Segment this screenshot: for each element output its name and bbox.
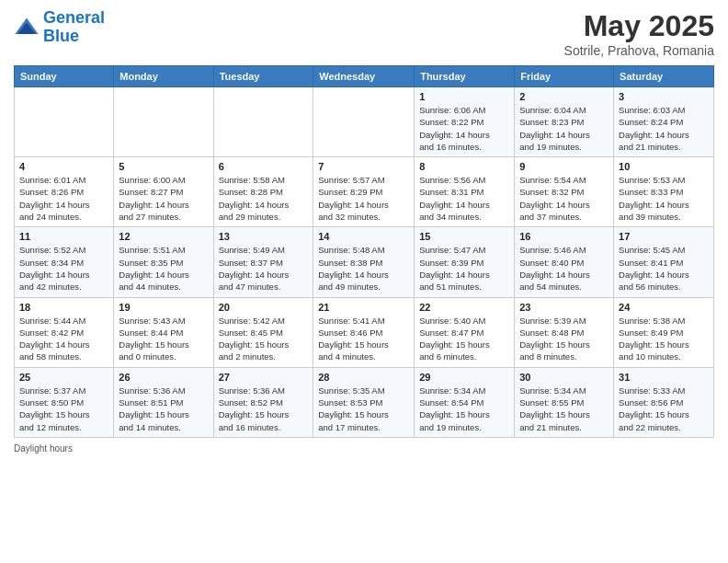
day-number: 30 [519,372,609,383]
day-header-saturday: Saturday [614,66,714,87]
day-cell: 23Sunrise: 5:39 AM Sunset: 8:48 PM Dayli… [515,297,614,367]
day-cell: 10Sunrise: 5:53 AM Sunset: 8:33 PM Dayli… [614,157,714,227]
day-info: Sunrise: 5:48 AM Sunset: 8:38 PM Dayligh… [318,244,409,293]
day-cell: 4Sunrise: 6:01 AM Sunset: 8:26 PM Daylig… [15,157,114,227]
day-cell: 12Sunrise: 5:51 AM Sunset: 8:35 PM Dayli… [114,227,213,297]
day-cell: 6Sunrise: 5:58 AM Sunset: 8:28 PM Daylig… [213,157,313,227]
day-info: Sunrise: 5:51 AM Sunset: 8:35 PM Dayligh… [119,244,208,293]
day-number: 23 [519,302,609,313]
day-header-tuesday: Tuesday [213,66,313,87]
day-cell: 19Sunrise: 5:43 AM Sunset: 8:44 PM Dayli… [114,297,213,367]
day-number: 12 [119,231,208,242]
day-info: Sunrise: 5:54 AM Sunset: 8:32 PM Dayligh… [519,174,609,223]
day-info: Sunrise: 5:44 AM Sunset: 8:42 PM Dayligh… [19,315,108,363]
title-block: May 2025 Sotrile, Prahova, Romania [564,9,714,58]
logo-line1: General [43,9,105,28]
day-cell: 5Sunrise: 6:00 AM Sunset: 8:27 PM Daylig… [114,157,213,227]
days-of-week-row: SundayMondayTuesdayWednesdayThursdayFrid… [15,66,714,87]
day-cell [213,87,313,157]
day-header-thursday: Thursday [415,66,515,87]
day-info: Sunrise: 5:53 AM Sunset: 8:33 PM Dayligh… [619,174,709,223]
day-cell: 14Sunrise: 5:48 AM Sunset: 8:38 PM Dayli… [313,227,415,297]
week-row-3: 11Sunrise: 5:52 AM Sunset: 8:34 PM Dayli… [15,227,714,297]
day-info: Sunrise: 5:34 AM Sunset: 8:54 PM Dayligh… [419,385,509,433]
day-cell: 17Sunrise: 5:45 AM Sunset: 8:41 PM Dayli… [614,227,714,297]
day-number: 6 [219,161,309,172]
day-number: 25 [19,372,108,383]
day-info: Sunrise: 5:42 AM Sunset: 8:45 PM Dayligh… [219,315,309,363]
day-number: 11 [19,231,108,242]
day-info: Sunrise: 5:58 AM Sunset: 8:28 PM Dayligh… [219,174,309,223]
day-cell: 21Sunrise: 5:41 AM Sunset: 8:46 PM Dayli… [313,297,415,367]
header: General Blue May 2025 Sotrile, Prahova, … [14,9,714,58]
day-cell [15,87,114,157]
calendar-header: SundayMondayTuesdayWednesdayThursdayFrid… [15,66,714,87]
day-info: Sunrise: 5:45 AM Sunset: 8:41 PM Dayligh… [619,244,709,293]
day-info: Sunrise: 5:37 AM Sunset: 8:50 PM Dayligh… [19,385,108,433]
footer: Daylight hours [14,443,714,454]
day-number: 8 [419,161,509,172]
day-header-wednesday: Wednesday [313,66,415,87]
day-cell: 26Sunrise: 5:36 AM Sunset: 8:51 PM Dayli… [114,367,213,437]
day-number: 26 [119,372,208,383]
day-info: Sunrise: 6:03 AM Sunset: 8:24 PM Dayligh… [619,104,709,153]
calendar-body: 1Sunrise: 6:06 AM Sunset: 8:22 PM Daylig… [15,87,714,438]
month-title: May 2025 [564,9,714,43]
day-info: Sunrise: 5:35 AM Sunset: 8:53 PM Dayligh… [318,385,409,433]
day-info: Sunrise: 5:36 AM Sunset: 8:52 PM Dayligh… [219,385,309,433]
day-number: 7 [318,161,409,172]
day-cell: 1Sunrise: 6:06 AM Sunset: 8:22 PM Daylig… [415,87,515,157]
day-info: Sunrise: 5:46 AM Sunset: 8:40 PM Dayligh… [519,244,609,293]
day-number: 5 [119,161,208,172]
day-info: Sunrise: 5:56 AM Sunset: 8:31 PM Dayligh… [419,174,509,223]
day-info: Sunrise: 5:52 AM Sunset: 8:34 PM Dayligh… [19,244,108,293]
day-cell: 30Sunrise: 5:34 AM Sunset: 8:55 PM Dayli… [515,367,614,437]
day-number: 27 [219,372,309,383]
day-info: Sunrise: 6:06 AM Sunset: 8:22 PM Dayligh… [419,104,509,153]
day-info: Sunrise: 5:36 AM Sunset: 8:51 PM Dayligh… [119,385,208,433]
day-info: Sunrise: 5:41 AM Sunset: 8:46 PM Dayligh… [318,315,409,363]
day-cell: 13Sunrise: 5:49 AM Sunset: 8:37 PM Dayli… [213,227,313,297]
logo-line2: Blue [43,28,105,46]
day-cell: 18Sunrise: 5:44 AM Sunset: 8:42 PM Dayli… [15,297,114,367]
day-cell: 2Sunrise: 6:04 AM Sunset: 8:23 PM Daylig… [515,87,614,157]
day-cell: 16Sunrise: 5:46 AM Sunset: 8:40 PM Dayli… [515,227,614,297]
day-info: Sunrise: 5:38 AM Sunset: 8:49 PM Dayligh… [619,315,709,363]
day-info: Sunrise: 6:00 AM Sunset: 8:27 PM Dayligh… [119,174,208,223]
day-cell: 25Sunrise: 5:37 AM Sunset: 8:50 PM Dayli… [15,367,114,437]
day-cell: 8Sunrise: 5:56 AM Sunset: 8:31 PM Daylig… [415,157,515,227]
day-cell: 7Sunrise: 5:57 AM Sunset: 8:29 PM Daylig… [313,157,415,227]
week-row-5: 25Sunrise: 5:37 AM Sunset: 8:50 PM Dayli… [15,367,714,437]
generalblue-icon [14,15,40,40]
day-cell: 15Sunrise: 5:47 AM Sunset: 8:39 PM Dayli… [415,227,515,297]
day-number: 10 [619,161,709,172]
day-cell: 29Sunrise: 5:34 AM Sunset: 8:54 PM Dayli… [415,367,515,437]
day-number: 22 [419,302,509,313]
day-number: 4 [19,161,108,172]
day-cell [313,87,415,157]
day-info: Sunrise: 5:49 AM Sunset: 8:37 PM Dayligh… [219,244,309,293]
day-info: Sunrise: 5:43 AM Sunset: 8:44 PM Dayligh… [119,315,208,363]
day-cell: 31Sunrise: 5:33 AM Sunset: 8:56 PM Dayli… [614,367,714,437]
day-info: Sunrise: 6:01 AM Sunset: 8:26 PM Dayligh… [19,174,108,223]
day-info: Sunrise: 6:04 AM Sunset: 8:23 PM Dayligh… [519,104,609,153]
day-number: 16 [519,231,609,242]
day-number: 2 [519,91,609,102]
day-number: 17 [619,231,709,242]
day-cell: 22Sunrise: 5:40 AM Sunset: 8:47 PM Dayli… [415,297,515,367]
day-info: Sunrise: 5:34 AM Sunset: 8:55 PM Dayligh… [519,385,609,433]
day-number: 15 [419,231,509,242]
day-header-friday: Friday [515,66,614,87]
day-number: 9 [519,161,609,172]
day-number: 1 [419,91,509,102]
week-row-1: 1Sunrise: 6:06 AM Sunset: 8:22 PM Daylig… [15,87,714,157]
location-subtitle: Sotrile, Prahova, Romania [564,43,714,58]
day-number: 3 [619,91,709,102]
day-number: 29 [419,372,509,383]
day-cell: 9Sunrise: 5:54 AM Sunset: 8:32 PM Daylig… [515,157,614,227]
day-number: 14 [318,231,409,242]
day-number: 20 [219,302,309,313]
day-number: 24 [619,302,709,313]
page: General Blue May 2025 Sotrile, Prahova, … [0,0,728,563]
day-number: 18 [19,302,108,313]
